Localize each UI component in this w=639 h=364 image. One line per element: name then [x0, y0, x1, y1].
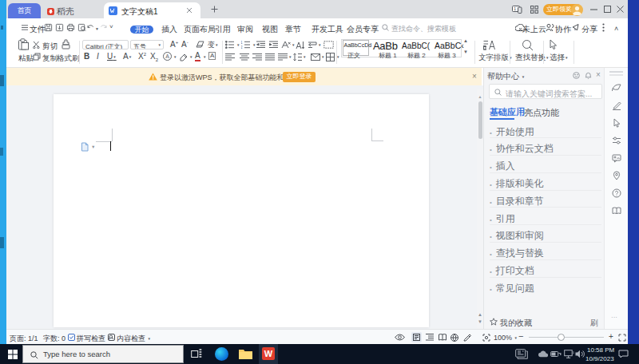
svg-text:2: 2 — [241, 46, 243, 49]
svg-text:1: 1 — [241, 41, 243, 45]
